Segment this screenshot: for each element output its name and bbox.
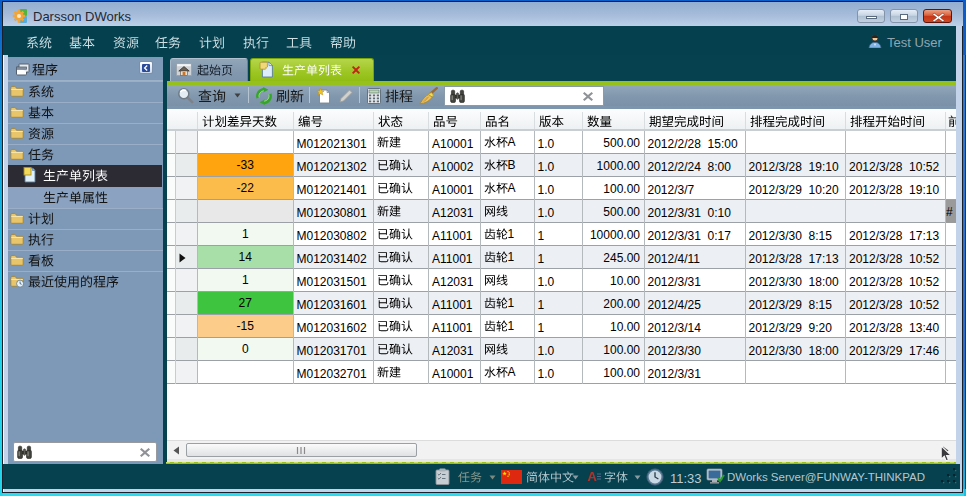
svg-text:A: A <box>587 470 597 483</box>
